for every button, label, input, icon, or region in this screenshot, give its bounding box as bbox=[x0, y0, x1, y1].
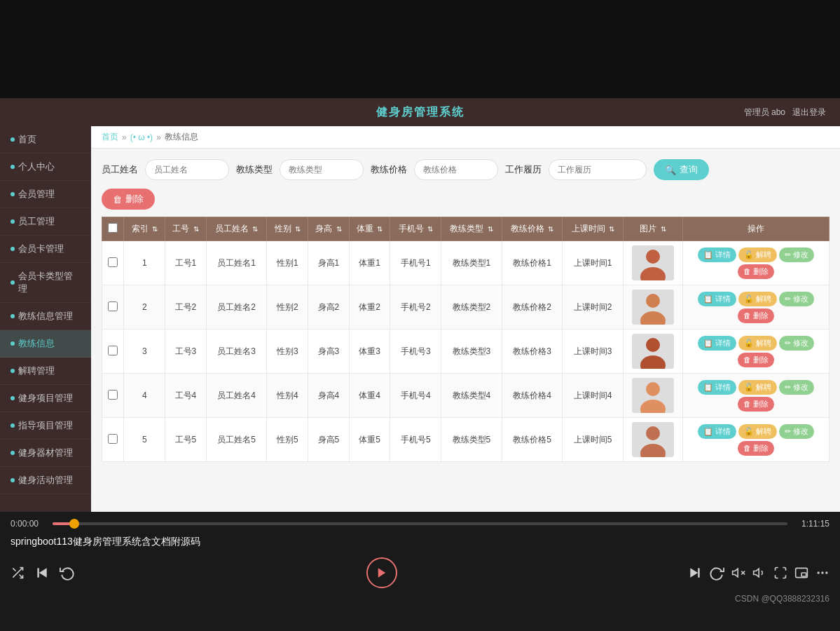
controls-center bbox=[366, 557, 397, 588]
sidebar-item-staff[interactable]: 员工管理 bbox=[0, 208, 91, 236]
unlock-button-0[interactable]: 🔓 解聘 bbox=[738, 247, 777, 262]
td-weight-1: 体重2 bbox=[349, 285, 390, 330]
progress-thumb[interactable] bbox=[69, 519, 79, 529]
svg-marker-17 bbox=[378, 568, 385, 578]
photo-1 bbox=[632, 290, 674, 325]
td-gender-3: 性别4 bbox=[267, 374, 308, 418]
row-checkbox-1[interactable] bbox=[108, 301, 118, 311]
td-height-1: 身高2 bbox=[308, 285, 350, 330]
sidebar-dot bbox=[11, 314, 15, 318]
sidebar-label-home: 首页 bbox=[18, 133, 36, 146]
edit-button-0[interactable]: ✏ 修改 bbox=[779, 247, 814, 262]
forward10-button[interactable] bbox=[709, 565, 724, 581]
search-price-input[interactable] bbox=[414, 159, 498, 180]
edit-button-1[interactable]: ✏ 修改 bbox=[779, 292, 814, 306]
prev-button[interactable] bbox=[35, 566, 49, 580]
action-row1-4: 📋 详情 🔓 解聘 ✏ 修改 bbox=[687, 424, 825, 439]
unlock-button-1[interactable]: 🔓 解聘 bbox=[738, 292, 777, 306]
td-index-0: 1 bbox=[124, 241, 165, 285]
action-row1-1: 📋 详情 🔓 解聘 ✏ 修改 bbox=[687, 292, 825, 306]
delete-button-4[interactable]: 🗑 删除 bbox=[738, 441, 774, 456]
unlock-button-2[interactable]: 🔓 解聘 bbox=[738, 336, 777, 351]
delete-button-1[interactable]: 🗑 删除 bbox=[738, 308, 774, 323]
detail-button-3[interactable]: 📋 详情 bbox=[698, 380, 736, 395]
mute-button[interactable] bbox=[731, 566, 745, 580]
breadcrumb-home[interactable]: 首页 bbox=[102, 131, 118, 143]
th-type: 教练类型 ⇅ bbox=[441, 217, 502, 241]
search-button[interactable]: 🔍 查询 bbox=[654, 159, 709, 180]
td-photo-1 bbox=[624, 285, 683, 330]
detail-button-4[interactable]: 📋 详情 bbox=[698, 424, 736, 439]
sidebar-item-membercard[interactable]: 会员卡管理 bbox=[0, 236, 91, 263]
td-gender-2: 性别3 bbox=[267, 330, 308, 374]
svg-point-1 bbox=[646, 250, 660, 264]
detail-button-0[interactable]: 📋 详情 bbox=[698, 247, 736, 262]
progress-track[interactable] bbox=[53, 522, 787, 525]
search-price-label: 教练价格 bbox=[371, 163, 407, 176]
sidebar-item-coachinfo-mgmt[interactable]: 教练信息管理 bbox=[0, 303, 91, 330]
search-history-label: 工作履历 bbox=[505, 163, 542, 176]
sidebar-item-personal[interactable]: 个人中心 bbox=[0, 154, 91, 181]
fastforward-button[interactable] bbox=[688, 566, 702, 580]
sort-icon-height: ⇅ bbox=[336, 225, 342, 233]
detail-button-2[interactable]: 📋 详情 bbox=[698, 336, 736, 351]
td-action-0: 📋 详情 🔓 解聘 ✏ 修改 🗑 删除 bbox=[683, 241, 829, 285]
delete-button-2[interactable]: 🗑 删除 bbox=[738, 353, 774, 367]
delete-button-0[interactable]: 🗑 删除 bbox=[738, 264, 774, 279]
row-checkbox-0[interactable] bbox=[108, 257, 118, 267]
play-button[interactable] bbox=[366, 557, 397, 588]
sidebar-label-coachinfo-mgmt: 教练信息管理 bbox=[18, 310, 73, 323]
sort-icon-index: ⇅ bbox=[152, 225, 158, 233]
unlock-button-4[interactable]: 🔓 解聘 bbox=[738, 424, 777, 439]
rewind-button[interactable] bbox=[60, 565, 75, 581]
sidebar-label-membercard: 会员卡管理 bbox=[18, 243, 64, 255]
sidebar-label-guide: 指导项目管理 bbox=[18, 419, 73, 432]
search-type-input[interactable] bbox=[280, 159, 364, 180]
delete-button-3[interactable]: 🗑 删除 bbox=[738, 397, 774, 412]
sidebar: 首页 个人中心 会员管理 员工管理 会员卡管理 会员卡类型管理 bbox=[0, 126, 91, 512]
more-button[interactable] bbox=[815, 566, 829, 580]
sort-icon-photo: ⇅ bbox=[661, 225, 666, 233]
sidebar-item-cardtype[interactable]: 会员卡类型管理 bbox=[0, 263, 91, 303]
sidebar-item-equipment[interactable]: 健身器材管理 bbox=[0, 440, 91, 467]
person-svg-2 bbox=[632, 334, 674, 369]
pip-button[interactable] bbox=[794, 566, 808, 580]
logout-button[interactable]: 退出登录 bbox=[792, 107, 826, 118]
sidebar-item-member[interactable]: 会员管理 bbox=[0, 181, 91, 208]
sidebar-item-guide[interactable]: 指导项目管理 bbox=[0, 412, 91, 440]
search-name-input[interactable] bbox=[145, 159, 229, 180]
td-height-2: 身高3 bbox=[308, 330, 350, 374]
action-row2-0: 🗑 删除 bbox=[687, 264, 825, 279]
search-history-input[interactable] bbox=[549, 159, 647, 180]
unlock-button-3[interactable]: 🔓 解聘 bbox=[738, 380, 777, 395]
breadcrumb-sep1: » bbox=[122, 133, 127, 142]
detail-button-1[interactable]: 📋 详情 bbox=[698, 292, 736, 306]
row-checkbox-4[interactable] bbox=[108, 434, 118, 444]
fullscreen-button[interactable] bbox=[773, 566, 787, 580]
progress-area: 0:00:00 1:11:15 bbox=[0, 512, 840, 532]
edit-button-4[interactable]: ✏ 修改 bbox=[779, 424, 814, 439]
td-type-1: 教练类型2 bbox=[441, 285, 502, 330]
sidebar-item-fitness[interactable]: 健身项目管理 bbox=[0, 385, 91, 412]
sidebar-item-activity[interactable]: 健身活动管理 bbox=[0, 467, 91, 494]
sidebar-item-dismiss[interactable]: 解聘管理 bbox=[0, 358, 91, 385]
row-checkbox-2[interactable] bbox=[108, 346, 118, 355]
sidebar-item-home[interactable]: 首页 bbox=[0, 126, 91, 154]
sidebar-label-cardtype: 会员卡类型管理 bbox=[18, 270, 81, 295]
sidebar-item-coachinfo[interactable]: 教练信息 bbox=[0, 330, 91, 358]
edit-button-2[interactable]: ✏ 修改 bbox=[779, 336, 814, 351]
th-action: 操作 bbox=[683, 217, 829, 241]
batch-delete-button[interactable]: 🗑 删除 bbox=[102, 189, 155, 210]
sidebar-label-member: 会员管理 bbox=[18, 188, 55, 201]
edit-button-3[interactable]: ✏ 修改 bbox=[779, 380, 814, 395]
sort-icon-name: ⇅ bbox=[252, 225, 258, 233]
app-container: 健身房管理系统 管理员 abo 退出登录 首页 个人中心 会员管理 员工管理 bbox=[0, 98, 840, 512]
volume-button[interactable] bbox=[752, 566, 766, 580]
th-checkbox bbox=[102, 217, 124, 241]
shuffle-button[interactable] bbox=[11, 566, 25, 580]
row-checkbox-3[interactable] bbox=[108, 390, 118, 400]
sidebar-dot bbox=[11, 165, 15, 169]
td-index-4: 5 bbox=[124, 418, 165, 462]
sidebar-label-staff: 员工管理 bbox=[18, 215, 55, 228]
select-all-checkbox[interactable] bbox=[108, 223, 118, 233]
